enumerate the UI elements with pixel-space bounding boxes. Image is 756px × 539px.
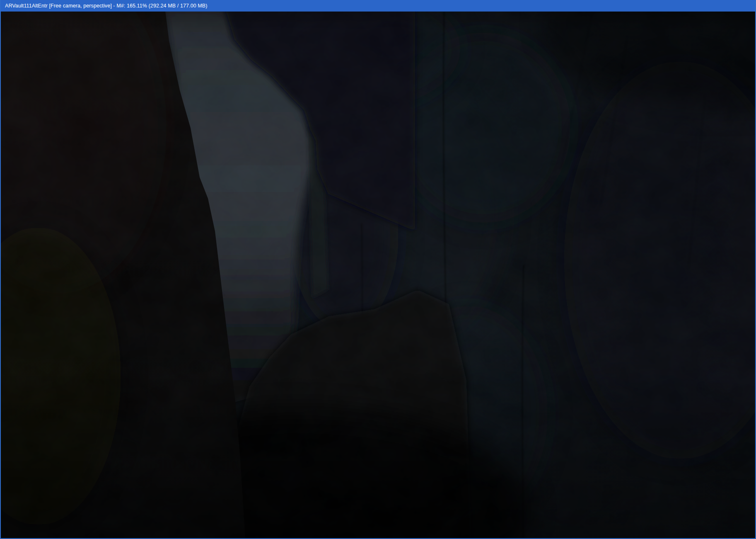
window-title: ARVault111AltEntr [Free camera, perspect… bbox=[5, 0, 208, 12]
render-window: ARVault111AltEntr [Free camera, perspect… bbox=[0, 0, 756, 539]
render-viewport-3d[interactable] bbox=[1, 12, 755, 538]
window-titlebar[interactable]: ARVault111AltEntr [Free camera, perspect… bbox=[1, 0, 755, 12]
cave-scene bbox=[1, 12, 755, 538]
